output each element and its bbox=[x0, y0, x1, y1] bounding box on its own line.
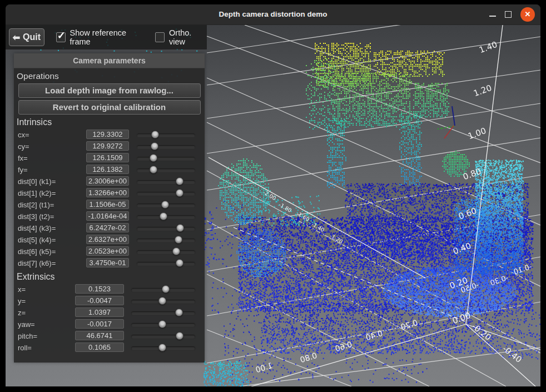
panel-title[interactable]: Camera parameters bbox=[14, 53, 205, 68]
param-value-field[interactable]: -0.0017 bbox=[75, 319, 124, 329]
param-label: dist[6] (k5)= bbox=[18, 247, 56, 256]
param-value-field[interactable]: 0.1065 bbox=[75, 343, 124, 352]
slider-knob[interactable] bbox=[151, 131, 159, 138]
slider-knob[interactable] bbox=[150, 166, 157, 173]
param-slider[interactable] bbox=[136, 226, 196, 231]
param-slider[interactable] bbox=[131, 334, 196, 339]
param-value-field[interactable]: 3.4750e-01 bbox=[86, 258, 129, 267]
slider-knob[interactable] bbox=[172, 247, 180, 255]
param-slider[interactable] bbox=[131, 287, 196, 292]
slider-knob[interactable] bbox=[151, 142, 158, 150]
param-value-field[interactable]: -0.0047 bbox=[75, 296, 124, 305]
window-title: Depth camera distortion demo bbox=[6, 4, 540, 24]
param-value-field[interactable]: -1.0164e-04 bbox=[86, 211, 129, 221]
extrinsics-header: Extrinsics bbox=[17, 272, 205, 282]
slider-knob[interactable] bbox=[158, 320, 166, 328]
checkbox-label: Ortho. view bbox=[169, 28, 207, 46]
param-row-dist0: dist[0] (k1)=2.3006e+00 bbox=[14, 176, 205, 187]
intrinsics-rows: cx=129.3302 cy=129.9272 fx=126.1509 fy=1… bbox=[14, 129, 205, 269]
slider-knob[interactable] bbox=[176, 177, 183, 185]
param-label: dist[0] (k1)= bbox=[18, 177, 56, 186]
slider-knob[interactable] bbox=[161, 201, 169, 209]
param-value-field[interactable]: 46.6741 bbox=[75, 331, 124, 340]
param-row-cx: cx=129.3302 bbox=[14, 129, 205, 141]
checkbox-box[interactable]: ✓ bbox=[155, 32, 165, 42]
param-slider[interactable] bbox=[136, 180, 196, 185]
param-slider[interactable] bbox=[131, 311, 196, 316]
slider-knob[interactable] bbox=[176, 332, 183, 340]
slider-knob[interactable] bbox=[158, 344, 166, 351]
param-slider[interactable] bbox=[136, 215, 196, 220]
param-slider[interactable] bbox=[136, 250, 196, 255]
load-depth-image-button[interactable]: Load depth image from rawlog... bbox=[18, 83, 201, 98]
titlebar[interactable]: Depth camera distortion demo ✕ bbox=[6, 4, 540, 25]
slider-knob[interactable] bbox=[160, 212, 167, 220]
slider-knob[interactable] bbox=[176, 259, 183, 267]
param-value-field[interactable]: 129.3302 bbox=[86, 130, 129, 139]
param-slider[interactable] bbox=[136, 156, 196, 161]
param-value-field[interactable]: 129.9272 bbox=[86, 141, 129, 151]
slider-knob[interactable] bbox=[175, 309, 183, 316]
slider-knob[interactable] bbox=[175, 236, 182, 244]
param-slider[interactable] bbox=[136, 168, 196, 173]
param-row-dist6: dist[6] (k5)=2.0523e+00 bbox=[14, 246, 205, 257]
param-slider[interactable] bbox=[136, 145, 196, 150]
param-slider[interactable] bbox=[131, 322, 196, 328]
minimize-button[interactable] bbox=[489, 12, 496, 17]
slider-knob[interactable] bbox=[150, 154, 157, 162]
param-value-field[interactable]: 1.0397 bbox=[75, 307, 124, 317]
param-slider[interactable] bbox=[136, 191, 196, 196]
axis-label-x-axis-bottom: 0.80 bbox=[299, 351, 318, 364]
window-controls: ✕ bbox=[489, 4, 535, 24]
close-button[interactable]: ✕ bbox=[520, 7, 535, 22]
param-label: dist[5] (k4)= bbox=[18, 236, 56, 244]
param-value-field[interactable]: 1.3266e+00 bbox=[86, 188, 129, 197]
param-row-fy: fy=126.1382 bbox=[14, 164, 205, 176]
axis-label-z-axis: 1.00 bbox=[466, 126, 488, 141]
param-label: fy= bbox=[18, 166, 28, 174]
param-slider[interactable] bbox=[136, 203, 196, 208]
maximize-button[interactable] bbox=[505, 11, 512, 18]
param-row-z: z=1.0397 bbox=[14, 307, 205, 319]
param-slider[interactable] bbox=[136, 238, 196, 243]
axis-label-y-axis-depth: -1.80 bbox=[278, 201, 293, 214]
axis-label-z-axis: 1.20 bbox=[472, 83, 493, 98]
param-slider[interactable] bbox=[136, 261, 196, 266]
param-value-field[interactable]: 2.0523e+00 bbox=[86, 246, 129, 256]
param-row-roll: roll=0.1065 bbox=[14, 342, 205, 354]
param-row-dist4: dist[4] (k3)=6.2427e-02 bbox=[14, 222, 205, 234]
param-label: z= bbox=[18, 309, 26, 317]
axis-label-x-axis-right: -0.40 bbox=[500, 344, 524, 365]
quit-button-label: Quit bbox=[23, 32, 41, 42]
slider-knob[interactable] bbox=[158, 297, 166, 305]
param-row-cy: cy=129.9272 bbox=[14, 141, 205, 152]
slider-knob[interactable] bbox=[176, 224, 184, 232]
checkbox-show-reference-frame[interactable]: ✓ Show reference frame bbox=[56, 28, 144, 46]
axis-label-z-axis: 1.40 bbox=[478, 39, 499, 55]
axis-label-x-axis-bottom: 1.00 bbox=[255, 361, 274, 374]
param-slider[interactable] bbox=[136, 133, 196, 138]
checkbox-ortho-view[interactable]: ✓ Ortho. view bbox=[155, 28, 207, 46]
param-row-fx: fx=126.1509 bbox=[14, 152, 205, 164]
param-row-dist5: dist[5] (k4)=2.6327e+00 bbox=[14, 234, 205, 246]
param-row-dist2: dist[2] (t1)=1.1506e-05 bbox=[14, 199, 205, 211]
screen-background: Depth camera distortion demo ✕ 1.401.201… bbox=[0, 0, 546, 392]
param-label: fx= bbox=[18, 154, 28, 162]
3d-viewport[interactable]: 1.401.201.000.800.600.400.200.00-0.20-0.… bbox=[6, 25, 540, 386]
slider-knob[interactable] bbox=[162, 285, 170, 293]
param-slider[interactable] bbox=[131, 299, 196, 304]
param-value-field[interactable]: 126.1382 bbox=[86, 165, 129, 174]
revert-calibration-button[interactable]: Revert to original calibration bbox=[18, 100, 201, 115]
param-value-field[interactable]: 1.1506e-05 bbox=[86, 200, 129, 209]
param-value-field[interactable]: 2.6327e+00 bbox=[86, 235, 129, 244]
param-value-field[interactable]: 6.2427e-02 bbox=[86, 223, 129, 232]
operations-header: Operations bbox=[17, 71, 205, 81]
camera-parameters-panel: Camera parameters Operations Load depth … bbox=[14, 53, 205, 363]
param-value-field[interactable]: 126.1509 bbox=[86, 153, 129, 162]
param-slider[interactable] bbox=[131, 346, 196, 351]
quit-button[interactable]: ⬅ Quit bbox=[9, 28, 44, 46]
param-value-field[interactable]: 2.3006e+00 bbox=[86, 176, 129, 186]
slider-knob[interactable] bbox=[176, 189, 183, 197]
param-value-field[interactable]: 0.1523 bbox=[75, 284, 124, 294]
checkbox-box[interactable]: ✓ bbox=[56, 32, 66, 42]
